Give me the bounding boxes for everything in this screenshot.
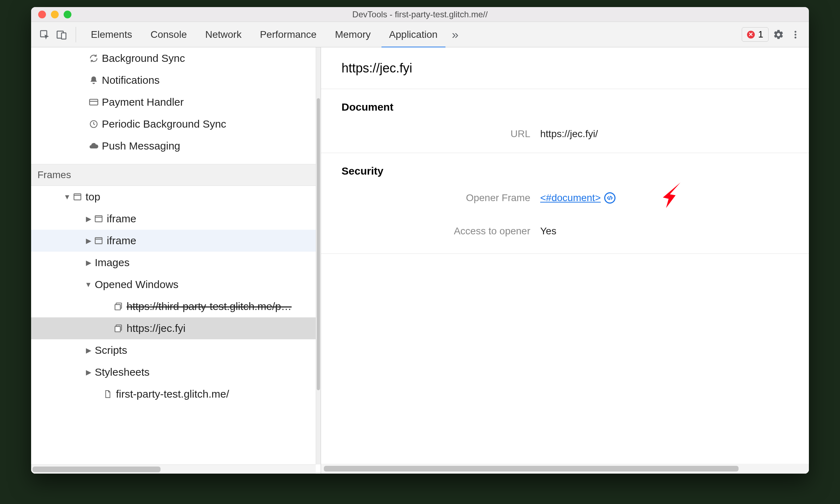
tree-label: Images — [93, 257, 129, 269]
expand-arrow-icon[interactable]: ▶ — [84, 236, 93, 245]
document-url-row: URL https://jec.fyi/ — [321, 122, 809, 146]
sync-icon — [88, 53, 100, 63]
frame-stylesheets[interactable]: ▶ Stylesheets — [31, 361, 321, 383]
expand-arrow-icon[interactable]: ▶ — [84, 368, 93, 376]
sidebar-item-background-sync[interactable]: Background Sync — [31, 47, 321, 69]
access-opener-label: Access to opener — [321, 225, 540, 237]
sidebar-label: Background Sync — [100, 52, 185, 64]
opener-frame-row: Opener Frame <#document> — [321, 186, 809, 210]
frame-images[interactable]: ▶ Images — [31, 252, 321, 274]
expand-arrow-icon[interactable]: ▶ — [84, 258, 93, 267]
inspect-element-icon[interactable] — [37, 28, 52, 42]
svg-rect-18 — [115, 327, 120, 332]
sidebar-vertical-scrollbar[interactable] — [316, 47, 321, 464]
sidebar-item-push-messaging[interactable]: Push Messaging — [31, 135, 321, 157]
frame-details-pane: https://jec.fyi Document URL https://jec… — [321, 47, 809, 474]
expand-arrow-icon[interactable]: ▼ — [63, 193, 71, 201]
credit-card-icon — [88, 97, 100, 107]
frame-top[interactable]: ▼ top — [31, 186, 321, 208]
sidebar-item-payment-handler[interactable]: Payment Handler — [31, 91, 321, 113]
pane-title: https://jec.fyi — [321, 47, 809, 89]
opened-window-icon — [112, 302, 124, 311]
traffic-lights — [31, 11, 71, 18]
frame-scripts[interactable]: ▶ Scripts — [31, 339, 321, 361]
frame-document[interactable]: first-party-test.glitch.me/ — [31, 383, 321, 405]
reveal-in-elements-icon[interactable] — [604, 192, 616, 204]
tree-label: Scripts — [93, 344, 127, 356]
maximize-window-button[interactable] — [64, 11, 71, 18]
more-tabs-icon[interactable]: » — [448, 28, 462, 42]
devtools-toolbar: Elements Console Network Performance Mem… — [31, 22, 809, 47]
frame-icon — [93, 214, 105, 223]
frame-icon — [93, 236, 105, 245]
svg-rect-16 — [115, 305, 120, 310]
settings-gear-icon[interactable] — [771, 28, 786, 42]
application-sidebar: Background Sync Notifications Payment Ha… — [31, 47, 321, 474]
document-heading: Document — [321, 89, 809, 122]
svg-point-5 — [794, 36, 796, 38]
svg-rect-11 — [95, 216, 102, 222]
tab-application[interactable]: Application — [381, 23, 445, 48]
tree-label: first-party-test.glitch.me/ — [114, 388, 229, 400]
kebab-menu-icon[interactable] — [788, 28, 803, 42]
error-count: 1 — [758, 29, 763, 40]
tab-network[interactable]: Network — [197, 23, 249, 47]
error-badge[interactable]: ✕ 1 — [742, 27, 769, 42]
svg-rect-6 — [89, 99, 98, 105]
opener-frame-label: Opener Frame — [321, 192, 540, 204]
expand-arrow-icon[interactable]: ▶ — [84, 215, 93, 223]
opened-window-2-selected[interactable]: https://jec.fyi — [31, 317, 321, 339]
sidebar-label: Periodic Background Sync — [100, 118, 226, 130]
tree-label: iframe — [105, 213, 136, 225]
sidebar-item-periodic-sync[interactable]: Periodic Background Sync — [31, 113, 321, 135]
document-panel: Document URL https://jec.fyi/ — [321, 89, 809, 153]
cloud-icon — [88, 141, 100, 151]
close-window-button[interactable] — [38, 11, 46, 18]
frame-iframe-2[interactable]: ▶ iframe — [31, 230, 321, 252]
device-toolbar-icon[interactable] — [54, 28, 69, 42]
svg-rect-9 — [74, 194, 81, 200]
url-value: https://jec.fyi/ — [540, 128, 598, 140]
opener-frame-link[interactable]: <#document> — [540, 192, 601, 204]
error-icon: ✕ — [747, 31, 755, 39]
clock-icon — [88, 119, 100, 129]
bell-icon — [88, 76, 100, 85]
tab-performance[interactable]: Performance — [252, 23, 324, 47]
access-opener-row: Access to opener Yes — [321, 219, 809, 243]
devtools-window: DevTools - first-party-test.glitch.me// … — [31, 7, 809, 474]
url-label: URL — [321, 128, 540, 140]
tab-console[interactable]: Console — [143, 23, 195, 47]
document-icon — [102, 389, 114, 399]
svg-point-3 — [794, 31, 796, 33]
tree-label: Opened Windows — [93, 279, 179, 291]
frame-iframe-1[interactable]: ▶ iframe — [31, 208, 321, 230]
sidebar-label: Notifications — [100, 74, 159, 86]
sidebar-item-notifications[interactable]: Notifications — [31, 69, 321, 91]
tree-label: Stylesheets — [93, 366, 150, 378]
window-icon — [71, 192, 83, 201]
security-heading: Security — [321, 153, 809, 186]
titlebar: DevTools - first-party-test.glitch.me// — [31, 7, 809, 22]
sidebar-label: Push Messaging — [100, 140, 180, 152]
tree-label: top — [83, 191, 100, 203]
expand-arrow-icon[interactable]: ▼ — [84, 281, 93, 289]
window-title: DevTools - first-party-test.glitch.me// — [31, 10, 809, 19]
tree-label: https://jec.fyi — [124, 322, 186, 334]
tab-elements[interactable]: Elements — [83, 23, 140, 47]
opened-window-1[interactable]: https://third-party-test.glitch.me/p… — [31, 295, 321, 317]
expand-arrow-icon[interactable]: ▶ — [84, 346, 93, 354]
security-panel: Security Opener Frame <#document> Access… — [321, 153, 809, 254]
tab-memory[interactable]: Memory — [327, 23, 378, 47]
frames-section-header: Frames — [31, 164, 321, 186]
minimize-window-button[interactable] — [51, 11, 59, 18]
tree-label: iframe — [105, 235, 136, 247]
annotation-arrow-icon — [653, 178, 685, 210]
sidebar-label: Payment Handler — [100, 96, 184, 108]
access-opener-value: Yes — [540, 225, 556, 237]
svg-rect-2 — [62, 33, 66, 39]
tree-label: https://third-party-test.glitch.me/p… — [124, 300, 292, 312]
opened-window-icon — [112, 324, 124, 333]
sidebar-horizontal-scrollbar[interactable] — [31, 464, 316, 474]
main-horizontal-scrollbar[interactable] — [321, 464, 809, 474]
frame-opened-windows[interactable]: ▼ Opened Windows — [31, 274, 321, 295]
